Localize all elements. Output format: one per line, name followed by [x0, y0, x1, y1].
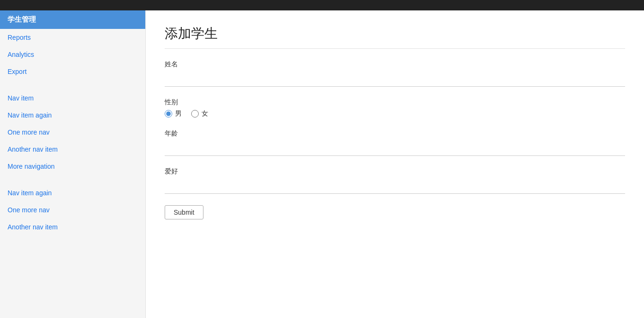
- gender-female-text: 女: [202, 109, 208, 118]
- main-content: 添加学生 姓名 性别 男 女: [146, 10, 644, 318]
- sidebar-item-more-navigation[interactable]: More navigation: [0, 158, 145, 175]
- hobby-label: 爱好: [165, 167, 625, 176]
- page-title: 添加学生: [165, 25, 625, 49]
- name-label: 姓名: [165, 60, 625, 69]
- add-student-form: 姓名 性别 男 女 年龄: [165, 60, 625, 219]
- hobby-group: 爱好: [165, 167, 625, 194]
- name-group: 姓名: [165, 60, 625, 87]
- gender-male-label[interactable]: 男: [165, 109, 182, 118]
- sidebar-item-reports[interactable]: Reports: [0, 29, 145, 46]
- gender-label: 性别: [165, 98, 625, 107]
- sidebar-item-export[interactable]: Export: [0, 63, 145, 80]
- name-input[interactable]: [165, 72, 625, 87]
- age-input[interactable]: [165, 141, 625, 156]
- sidebar-item-nav-item-again-2[interactable]: Nav item again: [0, 184, 145, 201]
- gender-female-label[interactable]: 女: [191, 109, 208, 118]
- gender-male-radio[interactable]: [165, 110, 172, 118]
- gender-radio-group: 男 女: [165, 109, 625, 118]
- sidebar-divider: [0, 80, 145, 90]
- sidebar-item-nav-item[interactable]: Nav item: [0, 90, 145, 107]
- sidebar-item-nav-item-again[interactable]: Nav item again: [0, 107, 145, 124]
- submit-button[interactable]: Submit: [165, 205, 203, 219]
- gender-group: 性别 男 女: [165, 98, 625, 118]
- age-label: 年龄: [165, 129, 625, 138]
- sidebar-item-analytics[interactable]: Analytics: [0, 46, 145, 63]
- gender-female-radio[interactable]: [191, 110, 199, 118]
- sidebar-item-one-more-nav[interactable]: One more nav: [0, 124, 145, 141]
- sidebar-item-another-nav-item-2[interactable]: Another nav item: [0, 218, 145, 236]
- sidebar-item-student-management[interactable]: 学生管理: [0, 10, 145, 29]
- sidebar-item-one-more-nav-2[interactable]: One more nav: [0, 201, 145, 218]
- top-bar: [0, 0, 644, 10]
- sidebar-divider: [0, 175, 145, 184]
- sidebar-item-another-nav-item[interactable]: Another nav item: [0, 141, 145, 158]
- sidebar: 学生管理ReportsAnalyticsExportNav itemNav it…: [0, 10, 146, 318]
- hobby-input[interactable]: [165, 179, 625, 194]
- gender-male-text: 男: [175, 109, 182, 118]
- age-group: 年龄: [165, 129, 625, 156]
